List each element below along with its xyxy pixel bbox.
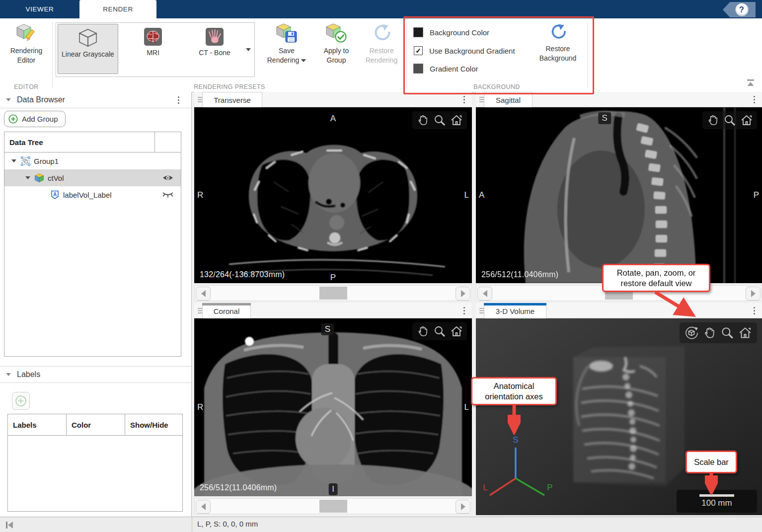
tab-transverse-label: Transverse [214, 96, 250, 104]
callout-scale-bar: Scale bar [686, 451, 737, 473]
axis-label-posterior: P [547, 483, 552, 492]
coronal-scrollbar[interactable] [194, 498, 472, 514]
scrollbar-thumb[interactable] [319, 287, 347, 300]
sagittal-menu-icon[interactable] [754, 96, 755, 103]
add-label-button[interactable] [12, 392, 30, 410]
labels-title: Labels [17, 370, 40, 379]
zoom-magnifier-icon[interactable] [433, 113, 447, 127]
scroll-right-button[interactable] [746, 287, 761, 301]
rendering-editor-button[interactable]: Rendering Editor [4, 22, 49, 65]
scale-bar-label: 100 mm [701, 498, 732, 508]
restore-rendering-button: Restore Rendering [359, 22, 404, 65]
tab-transverse[interactable]: Transverse [202, 92, 262, 107]
coronal-tabbar: Coronal [194, 303, 472, 318]
tree-row-group1[interactable]: Group1 [4, 152, 181, 169]
volume-menu-icon[interactable] [754, 307, 755, 314]
preset-ct-bone-label: CT - Bone [199, 48, 230, 57]
tree-group-label: Group1 [34, 157, 59, 165]
tab-3d-volume[interactable]: 3-D Volume [484, 303, 546, 318]
volume-tabbar: 3-D Volume [476, 303, 762, 318]
chevron-down-icon [246, 48, 251, 51]
preset-linear-grayscale[interactable]: Linear Grayscale [58, 24, 118, 74]
orientation-label-posterior: P [330, 273, 336, 283]
rotate-3d-icon[interactable] [684, 325, 699, 340]
visibility-eye-closed-icon[interactable] [162, 191, 174, 201]
save-rendering-button[interactable]: Save Rendering [262, 22, 311, 65]
plus-circle-icon [15, 395, 27, 407]
zoom-magnifier-icon[interactable] [433, 324, 447, 338]
scrollbar-thumb[interactable] [319, 500, 347, 513]
gradient-color-swatch[interactable] [413, 64, 423, 74]
tab-3d-volume-label: 3-D Volume [496, 307, 534, 315]
volume-tools [680, 322, 757, 343]
use-background-gradient-row[interactable]: Use Background Gradient [413, 46, 515, 56]
transverse-viewport[interactable]: A R L P 132/264(-136.8703mm) [194, 107, 472, 283]
collapse-section-icon[interactable] [6, 98, 11, 101]
preset-ct-bone[interactable]: CT - Bone [184, 24, 245, 74]
restore-background-button[interactable]: Restore Background [528, 22, 588, 63]
section-label-editor: EDITOR [0, 83, 53, 90]
tab-coronal[interactable]: Coronal [202, 303, 251, 318]
use-background-gradient-checkbox[interactable] [414, 46, 423, 55]
data-tree-header: Data Tree [9, 138, 43, 147]
add-group-button[interactable]: Add Group [4, 111, 66, 127]
scroll-right-button[interactable] [456, 287, 470, 301]
tree-row-ctvol[interactable]: ctVol [4, 169, 181, 186]
home-restore-view-icon[interactable] [740, 113, 754, 127]
scroll-left-button[interactable] [196, 500, 211, 514]
transverse-menu-icon[interactable] [463, 96, 465, 103]
scroll-left-button[interactable] [477, 287, 492, 301]
home-restore-view-icon[interactable] [450, 113, 463, 127]
tab-sagittal[interactable]: Sagittal [484, 92, 533, 107]
home-restore-view-icon[interactable] [450, 324, 463, 338]
coronal-viewport[interactable]: S R L I 256/512(11.0406mm) [194, 318, 472, 496]
tree-row-labelvol[interactable]: A labelVol_Label [4, 186, 181, 203]
collapse-section-icon[interactable] [6, 373, 11, 376]
sagittal-viewport[interactable]: S A P 256/512(11.0406mm) [476, 107, 762, 283]
axis-label-superior: S [513, 435, 518, 445]
toolstrip: Rendering Editor EDITOR Linear Grayscale [0, 18, 762, 92]
ct-bone-hand-icon [205, 27, 224, 46]
home-restore-view-icon[interactable] [738, 325, 753, 340]
tab-render[interactable]: RENDER [79, 0, 156, 18]
collapse-toolstrip-button[interactable] [745, 78, 756, 89]
gradient-color-row[interactable]: Gradient Color [413, 64, 478, 74]
scroll-left-button[interactable] [196, 287, 211, 301]
coronal-menu-icon[interactable] [463, 307, 465, 314]
background-color-row[interactable]: Background Color [413, 27, 489, 37]
scale-bar: 100 mm [677, 490, 757, 513]
orientation-label-superior: S [599, 112, 611, 124]
presets-gallery-dropdown[interactable] [242, 22, 255, 77]
tab-viewer[interactable]: VIEWER [0, 0, 79, 18]
orientation-label-right: R [197, 402, 203, 412]
pan-hand-icon[interactable] [416, 113, 430, 127]
pan-hand-icon[interactable] [706, 113, 720, 127]
collapse-panel-icon[interactable] [4, 520, 14, 530]
section-label-rendering-presets: RENDERING PRESETS [53, 83, 406, 90]
help-button[interactable]: ? [723, 2, 756, 17]
labels-col-header: Labels [13, 421, 37, 429]
tab-render-label: RENDER [103, 5, 133, 13]
collapse-node-icon[interactable] [25, 176, 30, 179]
preset-mri[interactable]: MRI [126, 24, 180, 74]
scroll-right-button[interactable] [456, 500, 470, 514]
labels-header: Labels [0, 366, 191, 383]
background-color-swatch[interactable] [413, 27, 423, 37]
volume-viewport[interactable]: S L P 100 mm [476, 318, 762, 515]
zoom-magnifier-icon[interactable] [720, 325, 735, 340]
background-color-label: Background Color [430, 28, 489, 37]
rendering-editor-icon [15, 22, 38, 44]
data-browser-menu-icon[interactable] [178, 96, 179, 104]
pan-hand-icon[interactable] [702, 325, 717, 340]
sagittal-slice-readout: 256/512(11.0406mm) [481, 270, 558, 279]
apply-to-group-button[interactable]: Apply to Group [314, 22, 359, 65]
tab-viewer-label: VIEWER [26, 5, 54, 13]
visibility-eye-open-icon[interactable] [162, 172, 174, 185]
add-group-label: Add Group [22, 115, 58, 123]
zoom-magnifier-icon[interactable] [723, 113, 737, 127]
pan-hand-icon[interactable] [416, 324, 430, 338]
section-label-background: BACKGROUND [406, 83, 587, 90]
collapse-node-icon[interactable] [11, 159, 16, 162]
rendering-editor-label: Rendering Editor [4, 46, 49, 65]
transverse-scrollbar[interactable] [194, 285, 472, 301]
